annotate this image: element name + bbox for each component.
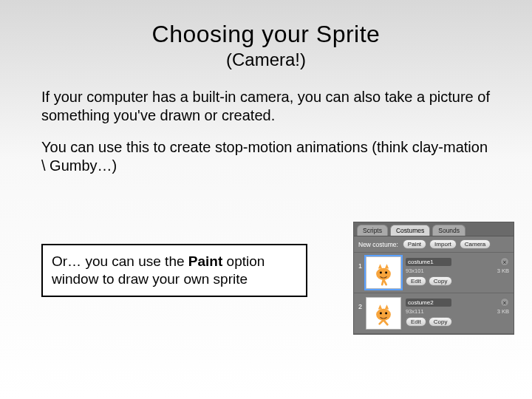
tab-bar: Scripts Costumes Sounds <box>354 222 514 236</box>
paint-button[interactable]: Paint <box>403 239 426 249</box>
costume-meta: costume1 93x101 3 KB Edit Copy <box>406 256 509 286</box>
costume-thumbnail[interactable] <box>366 297 401 330</box>
tab-costumes[interactable]: Costumes <box>390 225 430 236</box>
costume-item: 1 costume1 93x101 3 KB Edit Copy × <box>354 253 514 293</box>
costume-index: 2 <box>358 297 366 310</box>
callout-bold: Paint <box>188 253 222 269</box>
svg-point-1 <box>380 272 382 274</box>
delete-costume-button[interactable]: × <box>500 257 509 266</box>
svg-point-4 <box>380 313 382 315</box>
costume-size: 3 KB <box>497 308 509 315</box>
tab-scripts[interactable]: Scripts <box>357 225 388 236</box>
slide-subtitle: (Camera!) <box>0 50 532 70</box>
edit-button[interactable]: Edit <box>406 317 426 327</box>
svg-point-2 <box>385 272 387 274</box>
slide-title: Choosing your Sprite <box>0 0 532 48</box>
paragraph-2: You can use this to create stop-motion a… <box>41 138 491 175</box>
callout-pre: Or… you can use the <box>52 253 188 269</box>
costume-meta: costume2 93x111 3 KB Edit Copy <box>406 297 509 327</box>
cat-icon <box>370 300 397 327</box>
costume-thumbnail[interactable] <box>366 256 401 289</box>
delete-costume-button[interactable]: × <box>500 298 509 307</box>
callout-paint: Or… you can use the Paint option window … <box>41 244 307 297</box>
body-text: If your computer has a built-in camera, … <box>41 88 491 175</box>
svg-point-5 <box>385 313 387 315</box>
costume-name[interactable]: costume1 <box>406 258 451 266</box>
new-costume-row: New costume: Paint Import Camera <box>354 236 514 253</box>
costume-name[interactable]: costume2 <box>406 299 451 307</box>
import-button[interactable]: Import <box>429 239 457 249</box>
tab-sounds[interactable]: Sounds <box>432 225 466 236</box>
edit-button[interactable]: Edit <box>406 276 426 286</box>
new-costume-label: New costume: <box>358 241 398 248</box>
camera-button[interactable]: Camera <box>460 239 491 249</box>
cat-icon <box>370 259 397 286</box>
copy-button[interactable]: Copy <box>429 317 453 327</box>
costume-index: 1 <box>358 256 366 270</box>
costume-size: 3 KB <box>497 267 509 274</box>
costume-dims: 93x101 <box>406 267 424 274</box>
copy-button[interactable]: Copy <box>429 276 453 286</box>
costumes-panel: Scripts Costumes Sounds New costume: Pai… <box>353 222 514 335</box>
costume-dims: 93x111 <box>406 308 424 315</box>
costume-item: 2 costume2 93x111 3 KB Edit Copy × <box>354 293 514 334</box>
paragraph-1: If your computer has a built-in camera, … <box>41 88 491 125</box>
